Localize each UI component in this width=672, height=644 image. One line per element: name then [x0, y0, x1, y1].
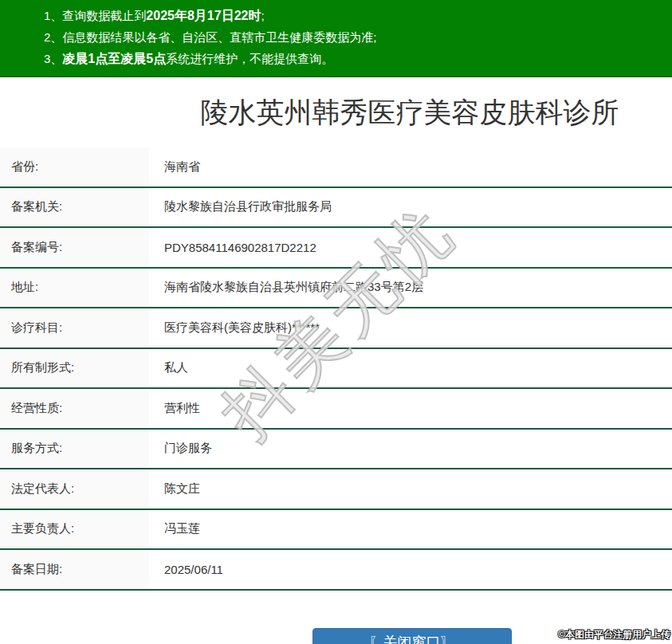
row-value: 私人 — [149, 348, 672, 389]
row-label: 备案机关: — [0, 187, 149, 228]
row-label: 备案日期: — [0, 549, 149, 590]
notice-1-bold: 2025年8月17日22时 — [146, 9, 261, 22]
title-area: 陵水英州韩秀医疗美容皮肤科诊所 — [0, 77, 672, 147]
table-row-service-mode: 服务方式: 门诊服务 — [0, 429, 672, 469]
close-window-button[interactable]: 〖关闭窗口〗 — [312, 628, 512, 644]
table-row-address: 地址: 海南省陵水黎族自治县英州镇府前二路33号第2层 — [0, 268, 672, 308]
notice-2-text: 信息数据结果以各省、自治区、直辖市卫生健康委数据为准; — [62, 30, 376, 44]
row-value: 海南省陵水黎族自治县英州镇府前二路33号第2层 — [149, 268, 672, 308]
notice-1-number: 1、 — [44, 9, 62, 22]
row-value: 陵水黎族自治县行政审批服务局 — [149, 187, 672, 228]
table-row-ownership: 所有制形式: 私人 — [0, 348, 672, 389]
row-value: 冯玉莲 — [149, 509, 672, 550]
row-label: 法定代表人: — [0, 469, 149, 509]
row-label: 服务方式: — [0, 429, 149, 469]
table-row-departments: 诊疗科目: 医疗美容科(美容皮肤科)****** — [0, 308, 672, 348]
notice-line-2: 2、信息数据结果以各省、自治区、直辖市卫生健康委数据为准; — [44, 26, 664, 48]
notice-1-suffix: ; — [261, 9, 264, 22]
row-label: 地址: — [0, 268, 149, 308]
notice-line-3: 3、凌晨1点至凌晨5点系统进行维护，不能提供查询。 — [44, 48, 664, 69]
table-row-authority: 备案机关: 陵水黎族自治县行政审批服务局 — [0, 187, 672, 228]
row-label: 诊疗科目: — [0, 308, 149, 348]
upload-credit-watermark: ©本图由平台注册用户上传 — [558, 628, 670, 642]
table-row-record-date: 备案日期: 2025/06/11 — [0, 549, 672, 590]
row-label: 主要负责人: — [0, 509, 149, 550]
notice-2-number: 2、 — [44, 30, 62, 44]
notice-3-suffix: 系统进行维护，不能提供查询。 — [166, 52, 333, 65]
row-value: 陈文庄 — [149, 469, 672, 509]
row-value: 2025/06/11 — [149, 549, 672, 590]
notice-banner: 1、查询数据截止到2025年8月17日22时; 2、信息数据结果以各省、自治区、… — [0, 0, 672, 77]
notice-1-text: 查询数据截止到 — [62, 9, 146, 22]
notice-line-1: 1、查询数据截止到2025年8月17日22时; — [44, 5, 664, 26]
row-value: PDY85841146902817D2212 — [149, 227, 672, 268]
table-row-legal-representative: 法定代表人: 陈文庄 — [0, 469, 672, 509]
page-title: 陵水英州韩秀医疗美容皮肤科诊所 — [201, 94, 619, 132]
row-value: 海南省 — [149, 147, 672, 187]
row-label: 备案编号: — [0, 227, 149, 268]
table-row-province: 省份: 海南省 — [0, 147, 672, 187]
table-row-person-in-charge: 主要负责人: 冯玉莲 — [0, 509, 672, 550]
notice-3-bold: 凌晨1点至凌晨5点 — [62, 52, 166, 65]
row-label: 所有制形式: — [0, 348, 149, 389]
notice-3-number: 3、 — [44, 52, 62, 65]
table-row-business-nature: 经营性质: 营利性 — [0, 388, 672, 429]
row-label: 省份: — [0, 147, 149, 187]
row-label: 经营性质: — [0, 388, 149, 429]
row-value: 医疗美容科(美容皮肤科)****** — [149, 308, 672, 348]
registration-info-table: 省份: 海南省 备案机关: 陵水黎族自治县行政审批服务局 备案编号: PDY85… — [0, 147, 672, 591]
row-value: 门诊服务 — [149, 429, 672, 469]
row-value: 营利性 — [149, 388, 672, 429]
table-row-record-number: 备案编号: PDY85841146902817D2212 — [0, 227, 672, 268]
